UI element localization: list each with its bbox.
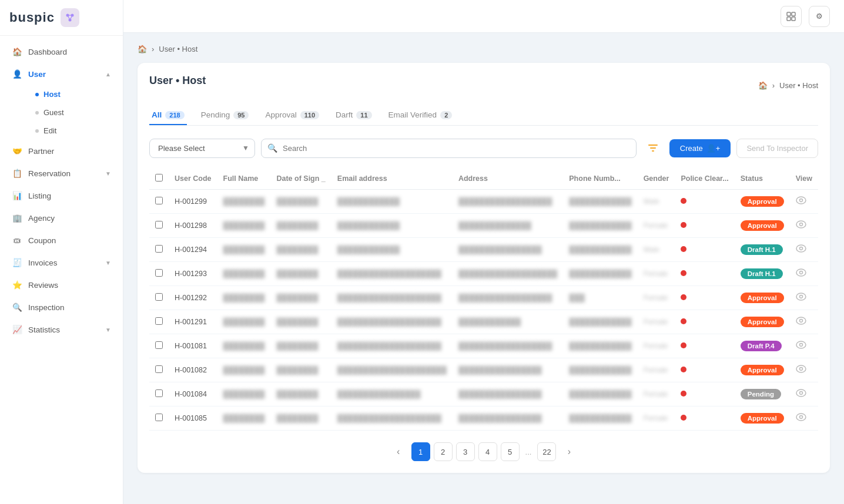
view-button[interactable] [796,244,806,255]
tab-draft[interactable]: Darft 11 [333,106,374,125]
sidebar-item-reservation[interactable]: 📋 Reservation ▼ [0,162,123,184]
cell-address: ███████████████████ [453,262,563,286]
cell-full-name: ████████ [217,358,271,382]
cell-view [790,214,818,238]
search-input[interactable] [261,139,637,158]
row-checkbox[interactable] [155,269,163,277]
cell-gender: Female [638,382,675,406]
cell-user-code: H-001082 [169,358,217,382]
please-select[interactable]: Please Select [149,139,255,158]
send-inspector-button[interactable]: Send To Inspector [736,139,818,158]
police-dot-indicator [681,270,686,276]
sidebar-item-guest[interactable]: Guest [26,103,123,122]
status-badge: Pending [741,389,781,399]
tab-all-badge: 218 [165,111,184,119]
dot-icon [35,129,39,133]
view-button[interactable] [796,268,806,279]
status-badge: Approval [741,365,784,375]
cell-full-name: ████████ [217,310,271,334]
view-button[interactable] [796,341,806,351]
select-all-checkbox[interactable] [155,174,163,182]
tab-pending[interactable]: Pending 95 [199,106,252,125]
cell-view [790,190,818,214]
sidebar-item-agency[interactable]: 🏢 Agency [0,207,123,229]
page-button-2[interactable]: 2 [434,442,453,461]
row-checkbox[interactable] [155,365,163,373]
sidebar-item-edit[interactable]: Edit [26,122,123,140]
dot-icon [35,111,39,115]
tab-email-badge: 2 [440,111,452,119]
cell-full-name: ████████ [217,238,271,262]
sidebar-item-inspection[interactable]: 🔍 Inspection [0,296,123,318]
view-button[interactable] [796,317,806,327]
tab-draft-label: Darft [336,110,353,119]
tab-email-verified[interactable]: Email Verified 2 [386,106,455,125]
sidebar-item-reviews[interactable]: ⭐ Reviews [0,274,123,296]
view-button[interactable] [796,293,806,303]
tab-approval[interactable]: Approval 110 [263,106,321,125]
police-dot-indicator [681,222,686,228]
page-button-4[interactable]: 4 [478,442,497,461]
filter-button[interactable] [642,137,664,159]
cell-view [790,238,818,262]
row-checkbox-cell [149,238,169,262]
settings-icon[interactable]: ⚙ [809,6,830,27]
svg-rect-7 [792,12,795,16]
grid-icon[interactable] [781,6,802,27]
sidebar-item-dashboard[interactable]: 🏠 Dashboard [0,41,123,63]
view-button[interactable] [796,220,806,231]
tab-all[interactable]: All 218 [149,106,187,125]
reviews-icon: ⭐ [12,280,22,290]
page-button-3[interactable]: 3 [456,442,475,461]
cell-address: ████████████████ [453,406,563,431]
row-checkbox[interactable] [155,245,163,253]
page-button-22[interactable]: 22 [537,442,556,461]
cell-phone: ███ [563,286,637,310]
table-row: H-001084 ████████ ████████ █████████████… [149,382,818,406]
cell-police [675,262,734,286]
sidebar-item-host[interactable]: Host [26,85,123,103]
prev-page-button[interactable]: ‹ [389,442,408,461]
sidebar-item-listing[interactable]: 📊 Listing [0,184,123,207]
next-page-button[interactable]: › [560,442,578,461]
table-row: H-001085 ████████ ████████ █████████████… [149,406,818,431]
sidebar: buspic 🏠 Dashboard 👤 User ▲ Host [0,0,123,504]
sidebar-item-statistics[interactable]: 📈 Statistics ▼ [0,318,123,341]
row-checkbox[interactable] [155,389,163,397]
cell-full-name: ████████ [217,214,271,238]
cell-gender: Male [638,190,675,214]
row-checkbox[interactable] [155,197,163,204]
cell-police [675,334,734,358]
breadcrumb: 🏠 › User • Host [138,45,830,53]
page-button-1[interactable]: 1 [411,442,430,461]
sidebar-item-user[interactable]: 👤 User ▲ [0,63,123,85]
create-label: Create [680,144,703,153]
th-email: Email address [331,168,453,190]
sidebar-item-coupon[interactable]: 🎟 Coupon [0,229,123,251]
view-button[interactable] [796,196,806,207]
cell-date-sign: ████████ [270,286,331,310]
cell-phone: ████████████ [563,358,637,382]
cell-address: ████████████████ [453,358,563,382]
row-checkbox[interactable] [155,293,163,301]
sidebar-item-invoices[interactable]: 🧾 Invoices ▼ [0,251,123,274]
row-checkbox[interactable] [155,317,163,325]
svg-point-19 [799,295,802,298]
view-button[interactable] [796,365,806,375]
top-right-breadcrumb: 🏠 › User • Host [758,81,818,90]
cell-status: Approval [735,406,790,431]
view-button[interactable] [796,413,806,424]
police-dot-indicator [681,318,686,324]
cell-status: Approval [735,310,790,334]
th-user-code: User Code [169,168,217,190]
create-button[interactable]: Create 👤+ [669,139,731,157]
view-button[interactable] [796,389,806,399]
cell-email: ████████████████████ [331,334,453,358]
cell-email: ████████████ [331,214,453,238]
page-button-5[interactable]: 5 [501,442,520,461]
sidebar-item-partner[interactable]: 🤝 Partner [0,140,123,162]
cell-email: █████████████████████ [331,358,453,382]
row-checkbox[interactable] [155,341,163,349]
row-checkbox[interactable] [155,221,163,229]
row-checkbox[interactable] [155,414,163,421]
